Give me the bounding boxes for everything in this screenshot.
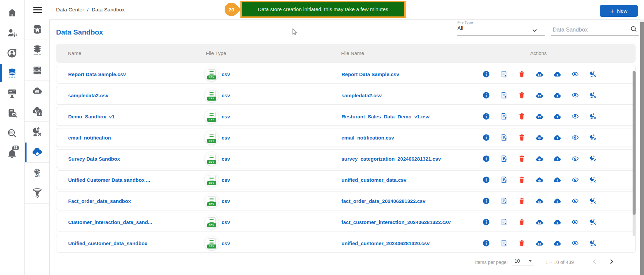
delete-button[interactable] bbox=[518, 197, 526, 205]
view-button[interactable] bbox=[571, 197, 579, 205]
delete-button[interactable] bbox=[518, 91, 526, 99]
subnav-item-data-transform[interactable] bbox=[25, 122, 49, 142]
items-per-page-select[interactable]: 10 bbox=[512, 258, 534, 266]
view-button[interactable] bbox=[571, 133, 579, 142]
delete-button[interactable] bbox=[518, 133, 526, 142]
data-store-button[interactable] bbox=[536, 133, 544, 142]
view-button[interactable] bbox=[571, 70, 579, 78]
preview-filter-button[interactable] bbox=[500, 218, 508, 226]
nav-item-user-management[interactable] bbox=[0, 23, 24, 43]
transform-button[interactable] bbox=[589, 197, 597, 205]
file-name-link[interactable]: Report Data Sample.csv bbox=[341, 71, 399, 77]
nav-item-notifications[interactable]: 31 bbox=[0, 144, 24, 164]
file-name-link[interactable]: Resturant_Sales_Data_Demo_v1.csv bbox=[341, 114, 430, 119]
file-name-link[interactable]: fact_order_data_202406281322.csv bbox=[341, 198, 425, 204]
sandbox-name-link[interactable]: sampledata2.csv bbox=[68, 93, 108, 98]
delete-button[interactable] bbox=[518, 218, 526, 226]
subnav-item-api-services[interactable]: API bbox=[25, 163, 49, 183]
upload-button[interactable] bbox=[553, 155, 561, 163]
info-button[interactable] bbox=[482, 70, 490, 78]
subnav-item-data-warehouse[interactable] bbox=[25, 60, 49, 81]
subnav-item-data-pipeline[interactable] bbox=[25, 183, 49, 204]
file-name-link[interactable]: email_notification.csv bbox=[341, 135, 394, 141]
file-name-link[interactable]: unified_customer_data.csv bbox=[341, 177, 406, 183]
upload-button[interactable] bbox=[553, 239, 561, 247]
next-page-button[interactable] bbox=[608, 258, 615, 266]
info-button[interactable] bbox=[482, 91, 490, 99]
sandbox-name-link[interactable]: Unified Customer Data sandbox ... bbox=[68, 177, 150, 183]
data-store-button[interactable] bbox=[536, 112, 544, 120]
sandbox-name-link[interactable]: Report Data Sample.csv bbox=[68, 71, 126, 77]
file-type-select[interactable]: File Type All bbox=[457, 20, 545, 36]
data-store-button[interactable] bbox=[536, 239, 544, 247]
file-name-link[interactable]: unified_customer_202406281320.csv bbox=[341, 240, 430, 246]
info-button[interactable] bbox=[482, 176, 490, 184]
sandbox-name-link[interactable]: email_notification bbox=[68, 135, 111, 141]
transform-button[interactable] bbox=[589, 155, 597, 163]
subnav-item-data-stores[interactable] bbox=[25, 40, 49, 60]
upload-button[interactable] bbox=[553, 133, 561, 142]
preview-filter-button[interactable] bbox=[500, 239, 508, 247]
preview-filter-button[interactable] bbox=[500, 91, 508, 99]
data-store-button[interactable] bbox=[536, 218, 544, 226]
file-name-link[interactable]: fact_customer_interaction_202406281322.c… bbox=[341, 219, 451, 225]
transform-button[interactable] bbox=[589, 70, 597, 78]
transform-button[interactable] bbox=[589, 239, 597, 247]
info-button[interactable] bbox=[482, 133, 490, 142]
subnav-item-data-api[interactable] bbox=[25, 101, 49, 122]
preview-filter-button[interactable] bbox=[500, 133, 508, 142]
nav-item-data-catalog[interactable] bbox=[0, 103, 24, 123]
view-button[interactable] bbox=[571, 155, 579, 163]
view-button[interactable] bbox=[571, 176, 579, 184]
file-name-link[interactable]: sampledata2.csv bbox=[341, 93, 382, 98]
subnav-item-data-sandbox[interactable] bbox=[25, 142, 49, 163]
upload-button[interactable] bbox=[553, 91, 561, 99]
subnav-item-data-store-home[interactable] bbox=[25, 19, 49, 40]
sandbox-name-link[interactable]: Demo_Sandbox_v1 bbox=[68, 114, 114, 119]
info-button[interactable] bbox=[482, 218, 490, 226]
info-button[interactable] bbox=[482, 155, 490, 163]
preview-filter-button[interactable] bbox=[500, 70, 508, 78]
data-store-button[interactable] bbox=[536, 91, 544, 99]
subnav-item-cloud-data[interactable] bbox=[25, 81, 49, 101]
delete-button[interactable] bbox=[518, 70, 526, 78]
view-button[interactable] bbox=[571, 112, 579, 120]
info-button[interactable] bbox=[482, 239, 490, 247]
nav-item-workspace[interactable] bbox=[0, 83, 24, 103]
delete-button[interactable] bbox=[518, 112, 526, 120]
info-button[interactable] bbox=[482, 112, 490, 120]
sandbox-name-link[interactable]: Survey Data Sandbox bbox=[68, 156, 120, 162]
previous-page-button[interactable] bbox=[591, 258, 598, 266]
view-button[interactable] bbox=[571, 91, 579, 99]
nav-item-account-security[interactable] bbox=[0, 43, 24, 63]
delete-button[interactable] bbox=[518, 176, 526, 184]
transform-button[interactable] bbox=[589, 112, 597, 120]
content-scrollbar-thumb[interactable] bbox=[633, 71, 636, 215]
window-scrollbar[interactable] bbox=[640, 19, 644, 275]
nav-item-data-center[interactable] bbox=[0, 63, 24, 83]
delete-button[interactable] bbox=[518, 155, 526, 163]
preview-filter-button[interactable] bbox=[500, 197, 508, 205]
file-name-link[interactable]: survey_categorization_202406281321.csv bbox=[341, 156, 441, 162]
preview-filter-button[interactable] bbox=[500, 155, 508, 163]
view-button[interactable] bbox=[571, 239, 579, 247]
transform-button[interactable] bbox=[589, 91, 597, 99]
nav-item-data-discovery[interactable] bbox=[0, 123, 24, 144]
upload-button[interactable] bbox=[553, 176, 561, 184]
sandbox-name-link[interactable]: Fact_order_data_sandbox bbox=[68, 198, 131, 204]
data-store-button[interactable] bbox=[536, 155, 544, 163]
search-icon[interactable] bbox=[630, 25, 637, 34]
new-button[interactable]: + New bbox=[600, 5, 638, 17]
upload-button[interactable] bbox=[553, 197, 561, 205]
data-store-button[interactable] bbox=[536, 197, 544, 205]
upload-button[interactable] bbox=[553, 70, 561, 78]
sandbox-name-link[interactable]: Customer_interaction_data_sand... bbox=[68, 219, 152, 225]
view-button[interactable] bbox=[571, 218, 579, 226]
window-scrollbar-thumb[interactable] bbox=[640, 22, 644, 275]
transform-button[interactable] bbox=[589, 133, 597, 142]
data-store-button[interactable] bbox=[536, 70, 544, 78]
breadcrumb-item-data-center[interactable]: Data Center bbox=[56, 7, 84, 13]
menu-toggle-button[interactable] bbox=[33, 7, 42, 13]
transform-button[interactable] bbox=[589, 176, 597, 184]
sandbox-name-link[interactable]: Unified_customer_data_sandbox bbox=[68, 240, 147, 246]
